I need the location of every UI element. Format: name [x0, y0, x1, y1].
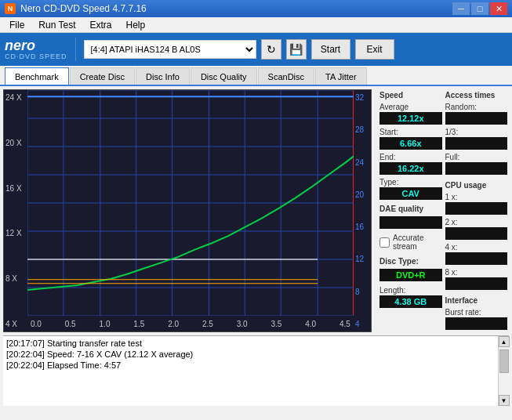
log-line-1: [20:22:04] Speed: 7-16 X CAV (12.12 X av… — [6, 349, 495, 360]
y-right-32: 32 — [355, 93, 369, 102]
log-line-2: [20:22:04] Elapsed Time: 4:57 — [6, 360, 495, 371]
full-label: Full: — [445, 153, 508, 161]
tabs-bar: Benchmark Create Disc Disc Info Disc Qua… — [0, 66, 512, 86]
length-value: 4.38 GB — [379, 295, 442, 308]
cpu-x2-value — [445, 227, 508, 240]
x-3.0: 3.0 — [237, 320, 248, 328]
logo-sub: CD·DVD SPEED — [5, 52, 67, 60]
drive-select[interactable]: [4:4] ATAPI iHAS124 B AL0S — [84, 40, 256, 59]
save-button[interactable]: 💾 — [286, 39, 307, 60]
cpu-x4-value — [445, 252, 508, 265]
menu-extra[interactable]: Extra — [83, 18, 118, 32]
y-label-12: 12 X — [5, 229, 26, 237]
titlebar-title-group: N Nero CD-DVD Speed 4.7.7.16 — [5, 3, 147, 14]
burst-label: Burst rate: — [445, 308, 508, 317]
menubar: File Run Test Extra Help — [0, 17, 512, 33]
log-line-0: [20:17:07] Starting transfer rate test — [6, 338, 495, 349]
tab-disc-info[interactable]: Disc Info — [136, 67, 190, 85]
average-value: 12.12x — [379, 112, 442, 125]
x-1.5: 1.5 — [133, 320, 144, 328]
titlebar: N Nero CD-DVD Speed 4.7.7.16 ─ □ ✕ — [0, 0, 512, 17]
start-value: 6.66x — [379, 137, 442, 150]
maximize-button[interactable]: □ — [471, 2, 488, 15]
logo-nero: nero — [5, 38, 67, 52]
random-stat: Random: — [445, 103, 508, 125]
main-content: 24 X 20 X 16 X 12 X 8 X 4 X — [0, 86, 512, 335]
full-stat: Full: — [445, 153, 508, 175]
app-icon: N — [5, 3, 16, 14]
accurate-stream-checkbox[interactable] — [379, 237, 390, 248]
disc-type-value: DVD+R — [379, 269, 442, 281]
scroll-track — [499, 347, 510, 395]
toolbar-separator — [75, 38, 76, 61]
y-right-24: 24 — [355, 158, 369, 167]
x-0.0: 0.0 — [31, 320, 42, 328]
menu-file[interactable]: File — [3, 18, 31, 32]
accurate-stream-row: Accurate stream — [379, 234, 442, 251]
y-axis-right: 32 28 24 20 16 12 8 4 — [354, 90, 371, 331]
scroll-down-button[interactable]: ▼ — [499, 395, 510, 406]
log-scrollbar[interactable]: ▲ ▼ — [498, 336, 509, 406]
length-stat: Length: 4.38 GB — [379, 286, 442, 308]
cpu-x4-stat: 4 x: — [445, 243, 508, 265]
y-right-28: 28 — [355, 125, 369, 134]
y-label-8: 8 X — [5, 274, 26, 283]
toolbar: nero CD·DVD SPEED [4:4] ATAPI iHAS124 B … — [0, 33, 512, 66]
end-label: End: — [379, 153, 442, 161]
log-area: [20:17:07] Starting transfer rate test [… — [3, 335, 509, 406]
menu-help[interactable]: Help — [120, 18, 152, 32]
cpu-section-title: CPU usage — [445, 181, 508, 190]
one-third-value — [445, 137, 508, 150]
end-value: 16.22x — [379, 162, 442, 175]
tab-ta-jitter[interactable]: TA Jitter — [315, 67, 367, 85]
cpu-x1-label: 1 x: — [445, 193, 508, 201]
eject-button[interactable]: Exit — [355, 39, 394, 60]
y-label-16: 16 X — [5, 184, 26, 193]
accurate-stream-label: Accurate stream — [393, 234, 442, 251]
tab-disc-quality[interactable]: Disc Quality — [191, 67, 257, 85]
y-label-24: 24 X — [5, 93, 26, 102]
left-stats-col: Speed Average 12.12x Start: 6.66x End: 1… — [379, 89, 442, 332]
average-label: Average — [379, 103, 442, 111]
tab-benchmark[interactable]: Benchmark — [5, 67, 69, 85]
scroll-thumb[interactable] — [499, 349, 509, 373]
y-right-12: 12 — [355, 255, 369, 263]
chart-area: 24 X 20 X 16 X 12 X 8 X 4 X — [3, 89, 372, 332]
x-axis-labels: 0.0 0.5 1.0 1.5 2.0 2.5 3.0 3.5 4.0 4.5 — [27, 316, 354, 331]
average-stat: Average 12.12x — [379, 103, 442, 125]
x-3.5: 3.5 — [271, 320, 281, 328]
cpu-x8-label: 8 x: — [445, 268, 508, 277]
minimize-button[interactable]: ─ — [452, 2, 470, 15]
cpu-x2-stat: 2 x: — [445, 218, 508, 240]
y-axis-left: 24 X 20 X 16 X 12 X 8 X 4 X — [4, 90, 27, 331]
chart-svg — [27, 90, 354, 316]
right-stats-col: Access times Random: 1/3: Full: CPU usag… — [445, 89, 508, 332]
x-2.5: 2.5 — [202, 320, 213, 328]
cpu-x8-value — [445, 277, 508, 290]
one-third-label: 1/3: — [445, 128, 508, 136]
window-controls[interactable]: ─ □ ✕ — [452, 2, 507, 15]
close-button[interactable]: ✕ — [490, 2, 507, 15]
cpu-x1-value — [445, 202, 508, 215]
refresh-button[interactable]: ↻ — [261, 39, 281, 60]
cpu-x2-label: 2 x: — [445, 218, 508, 226]
tab-create-disc[interactable]: Create Disc — [70, 67, 135, 85]
tab-scandisc[interactable]: ScanDisc — [258, 67, 314, 85]
x-2.0: 2.0 — [168, 320, 179, 328]
cpu-x8-stat: 8 x: — [445, 268, 508, 290]
log-content: [20:17:07] Starting transfer rate test [… — [3, 336, 498, 406]
cpu-x4-label: 4 x: — [445, 243, 508, 252]
app-title: Nero CD-DVD Speed 4.7.7.16 — [20, 3, 147, 14]
full-value — [445, 162, 508, 175]
right-panel: Speed Average 12.12x Start: 6.66x End: 1… — [375, 86, 512, 335]
y-label-20: 20 X — [5, 139, 26, 147]
y-right-4: 4 — [355, 320, 369, 328]
start-button[interactable]: Start — [311, 39, 350, 60]
x-1.0: 1.0 — [100, 320, 111, 328]
start-label: Start: — [379, 128, 442, 136]
y-label-4: 4 X — [5, 320, 26, 328]
menu-runtest[interactable]: Run Test — [32, 18, 82, 32]
start-stat: Start: 6.66x — [379, 128, 442, 150]
scroll-up-button[interactable]: ▲ — [499, 336, 510, 347]
type-stat: Type: CAV — [379, 178, 442, 200]
